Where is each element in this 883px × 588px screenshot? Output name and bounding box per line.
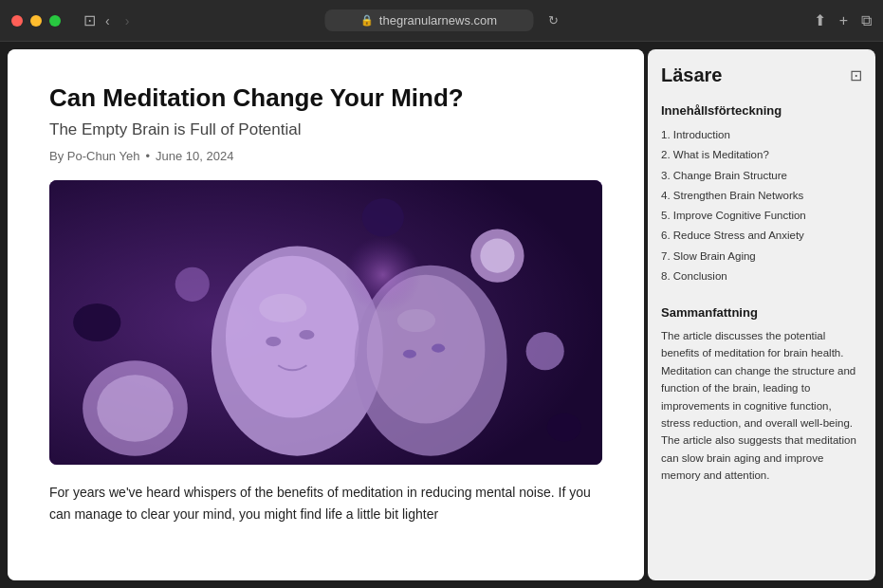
svg-point-16 (73, 303, 120, 341)
svg-point-6 (526, 332, 564, 370)
back-button[interactable]: ‹ (100, 11, 116, 30)
share-button[interactable]: ⬆ (814, 11, 826, 29)
new-tab-button[interactable]: + (839, 12, 848, 29)
summary-heading: Sammanfattning (661, 305, 862, 320)
toc-item-4[interactable]: 4. Strengthen Brain Networks (661, 186, 862, 206)
url-text: thegranularnews.com (379, 13, 497, 28)
meta-separator: • (145, 149, 150, 163)
summary-section: Sammanfattning The article discusses the… (661, 305, 862, 485)
toc-item-6[interactable]: 6. Reduce Stress and Anxiety (661, 226, 862, 246)
toc-heading: Innehållsförteckning (661, 103, 862, 118)
svg-point-15 (432, 344, 445, 353)
toc-item-2[interactable]: 2. What is Meditation? (661, 145, 862, 165)
reader-sidebar: Läsare ⊡ Innehållsförteckning 1. Introdu… (648, 49, 875, 580)
svg-point-14 (403, 350, 416, 358)
svg-point-19 (345, 237, 421, 313)
article-author: By Po-Chun Yeh (49, 149, 139, 163)
titlebar: ⊡ ‹ › 🔒 thegranularnews.com ↻ ⬆ + ⧉ (0, 0, 883, 42)
titlebar-right-buttons: ⬆ + ⧉ (814, 11, 872, 29)
article-date: June 10, 2024 (156, 149, 233, 163)
body-paragraph-1: For years we've heard whispers of the be… (49, 482, 602, 524)
toc-item-3[interactable]: 3. Change Brain Structure (661, 166, 862, 186)
sidebar-reader-icon[interactable]: ⊡ (850, 66, 862, 84)
close-button[interactable] (11, 15, 23, 27)
svg-point-7 (175, 267, 210, 302)
svg-point-21 (397, 309, 435, 332)
toc-item-8[interactable]: 8. Conclusion (661, 266, 862, 286)
minimize-button[interactable] (30, 15, 42, 27)
forward-button[interactable]: › (120, 11, 136, 30)
svg-point-3 (97, 375, 173, 441)
svg-point-5 (480, 239, 514, 273)
svg-point-17 (547, 413, 581, 442)
article-area: Can Meditation Change Your Mind? The Emp… (8, 49, 644, 580)
article-subtitle: The Empty Brain is Full of Potential (49, 120, 602, 139)
article-body: For years we've heard whispers of the be… (49, 482, 602, 524)
toc-item-1[interactable]: 1. Introduction (661, 125, 862, 145)
sidebar-header: Läsare ⊡ (661, 64, 862, 86)
maximize-button[interactable] (49, 15, 61, 27)
sidebar-toggle-button[interactable]: ⊡ (83, 11, 96, 29)
article-content: Can Meditation Change Your Mind? The Emp… (8, 49, 644, 580)
tab-overview-button[interactable]: ⧉ (861, 12, 872, 29)
svg-point-11 (299, 330, 314, 340)
toc-list: 1. Introduction 2. What is Meditation? 3… (661, 125, 862, 286)
sidebar-title: Läsare (661, 64, 723, 86)
article-meta: By Po-Chun Yeh • June 10, 2024 (49, 149, 602, 163)
toc-item-7[interactable]: 7. Slow Brain Aging (661, 247, 862, 266)
refresh-button[interactable]: ↻ (548, 13, 559, 28)
navigation-buttons: ⊡ ‹ › (76, 11, 135, 30)
svg-point-9 (226, 256, 359, 418)
summary-text: The article discusses the potential bene… (661, 327, 862, 485)
article-title: Can Meditation Change Your Mind? (49, 83, 602, 113)
url-bar[interactable]: 🔒 thegranularnews.com (324, 9, 533, 31)
svg-point-10 (266, 337, 281, 346)
svg-point-18 (362, 199, 404, 237)
article-hero-image (49, 180, 602, 465)
main-layout: Can Meditation Change Your Mind? The Emp… (0, 42, 883, 588)
traffic-lights (11, 15, 61, 27)
titlebar-center: 🔒 thegranularnews.com ↻ (324, 9, 559, 31)
toc-item-5[interactable]: 5. Improve Cognitive Function (661, 206, 862, 226)
lock-icon: 🔒 (360, 14, 374, 27)
svg-point-20 (259, 294, 306, 322)
